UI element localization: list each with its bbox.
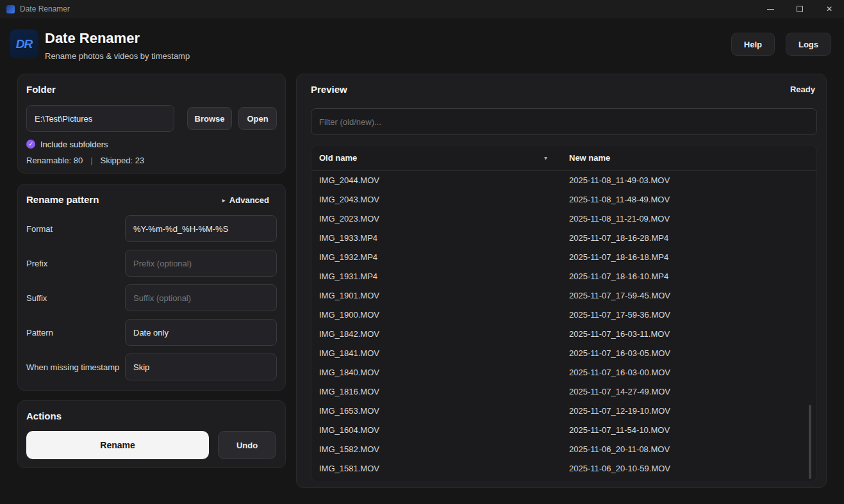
table-scrollbar[interactable] [809,405,811,479]
advanced-label: Advanced [229,195,269,205]
table-row[interactable]: IMG_2043.MOV 2025-11-08_11-48-49.MOV [311,190,816,209]
preview-table: Old name ▾ New name IMG_2044.MOV 2025-11… [311,145,817,482]
old-name-cell: IMG_1842.MOV [319,325,379,344]
close-button[interactable]: ✕ [815,0,844,18]
table-header: Old name ▾ New name [311,145,816,171]
maximize-icon [797,6,803,12]
table-row[interactable]: IMG_1842.MOV 2025-11-07_16-03-11.MOV [311,325,816,344]
include-subfolders-label: Include subfolders [40,140,108,149]
table-row[interactable]: IMG_1933.MP4 2025-11-07_18-16-28.MP4 [311,229,816,248]
old-name-cell: IMG_1840.MOV [319,363,379,382]
advanced-toggle[interactable]: ▸ Advanced [222,195,269,205]
column-header-old-name[interactable]: Old name [319,145,357,171]
suffix-label: Suffix [26,284,47,311]
minimize-icon [767,9,774,10]
logs-button[interactable]: Logs [786,33,831,56]
new-name-cell: 2025-11-07_11-54-10.MOV [569,421,670,440]
old-name-cell: IMG_1933.MP4 [319,229,377,248]
include-subfolders-row: ✓ Include subfolders [26,139,108,149]
missing-timestamp-field-row: When missing timestamp Skip [26,354,277,380]
table-row[interactable]: IMG_1581.MOV 2025-11-06_20-10-59.MOV [311,459,816,478]
table-row[interactable]: IMG_1901.MOV 2025-11-07_17-59-45.MOV [311,286,816,305]
app-logo: DR [10,29,38,58]
folder-path-input[interactable] [26,105,174,132]
renamable-count: Renamable: 80 [26,156,83,165]
old-name-cell: IMG_1931.MP4 [319,267,377,286]
column-header-new-name[interactable]: New name [569,145,610,171]
old-name-cell: IMG_1901.MOV [319,286,379,305]
new-name-cell: 2025-11-07_16-03-05.MOV [569,344,670,363]
old-name-cell: IMG_1900.MOV [319,305,379,325]
table-row[interactable]: IMG_1604.MOV 2025-11-07_11-54-10.MOV [311,421,816,440]
old-name-cell: IMG_1816.MOV [319,382,379,402]
table-row[interactable]: IMG_1653.MOV 2025-11-07_12-19-10.MOV [311,402,816,421]
check-icon: ✓ [28,141,33,147]
old-name-cell: IMG_1581.MOV [319,459,379,478]
table-row[interactable]: IMG_1840.MOV 2025-11-07_16-03-00.MOV [311,363,816,382]
table-row[interactable]: IMG_1932.MP4 2025-11-07_18-16-18.MP4 [311,248,816,267]
table-row[interactable]: IMG_2023.MOV 2025-11-08_11-21-09.MOV [311,209,816,229]
app-header: DR Date Renamer Rename photos & videos b… [10,26,834,65]
maximize-button[interactable] [785,0,815,18]
open-button[interactable]: Open [238,107,277,130]
old-name-cell: IMG_2023.MOV [319,209,379,229]
pattern-label: Pattern [26,319,53,346]
old-name-cell: IMG_2043.MOV [319,190,379,209]
new-name-cell: 2025-11-07_18-16-28.MP4 [569,229,668,248]
table-row[interactable]: IMG_1841.MOV 2025-11-07_16-03-05.MOV [311,344,816,363]
new-name-cell: 2025-11-07_18-16-18.MP4 [569,248,668,267]
table-row[interactable]: IMG_1582.MOV 2025-11-06_20-11-08.MOV [311,440,816,459]
prefix-label: Prefix [26,250,47,277]
help-button[interactable]: Help [731,33,775,56]
browse-button[interactable]: Browse [187,107,232,130]
suffix-input[interactable] [125,284,277,311]
new-name-cell: 2025-11-07_18-16-10.MP4 [569,267,668,286]
skipped-count: Skipped: 23 [101,156,145,165]
header-buttons: Help Logs [731,33,831,56]
prefix-field-row: Prefix [26,250,277,277]
rename-button[interactable]: Rename [26,431,209,459]
folder-stats: Renamable: 80 | Skipped: 23 [26,156,144,165]
new-name-cell: 2025-11-07_12-19-10.MOV [569,402,670,421]
titlebar: Date Renamer ✕ [0,0,844,18]
new-name-cell: 2025-11-08_11-21-09.MOV [569,209,670,229]
rename-pattern-card: Rename pattern ▸ Advanced Format Prefix … [17,184,286,391]
pattern-field-row: Pattern Date only [26,319,277,346]
missing-timestamp-label: When missing timestamp [26,354,119,380]
missing-timestamp-select[interactable]: Skip [125,354,277,380]
actions-card: Actions Rename Undo [17,400,286,468]
old-name-cell: IMG_1604.MOV [319,421,379,440]
pattern-select[interactable]: Date only [125,319,277,346]
minimize-button[interactable] [756,0,785,18]
new-name-cell: 2025-11-07_17-59-45.MOV [569,286,670,305]
old-name-cell: IMG_2044.MOV [319,171,379,190]
include-subfolders-checkbox[interactable]: ✓ [26,140,35,149]
new-name-cell: 2025-11-08_11-49-03.MOV [569,171,670,190]
format-field-row: Format [26,215,277,242]
format-label: Format [26,215,53,242]
folder-card: Folder Browse Open ✓ Include subfolders … [17,74,286,174]
chevron-right-icon: ▸ [222,197,226,204]
actions-heading: Actions [26,411,62,421]
new-name-cell: 2025-11-07_14-27-49.MOV [569,382,670,402]
table-row[interactable]: IMG_2044.MOV 2025-11-08_11-49-03.MOV [311,171,816,190]
old-name-cell: IMG_1841.MOV [319,344,379,363]
window-controls: ✕ [756,0,844,18]
sort-caret-icon[interactable]: ▾ [544,145,547,171]
status-badge: Ready [790,85,815,94]
new-name-cell: 2025-11-06_20-10-59.MOV [569,459,670,478]
old-name-cell: IMG_1653.MOV [319,402,379,421]
preview-heading: Preview [311,84,347,95]
format-input[interactable] [125,215,277,242]
stats-separator: | [90,156,92,165]
undo-button[interactable]: Undo [218,431,276,459]
close-icon: ✕ [826,4,832,13]
suffix-field-row: Suffix [26,284,277,311]
table-row[interactable]: IMG_1931.MP4 2025-11-07_18-16-10.MP4 [311,267,816,286]
table-row[interactable]: IMG_1816.MOV 2025-11-07_14-27-49.MOV [311,382,816,402]
filter-input[interactable] [311,108,817,135]
rename-pattern-heading: Rename pattern [26,194,99,205]
prefix-input[interactable] [125,250,277,277]
new-name-cell: 2025-11-06_20-11-08.MOV [569,440,670,459]
table-row[interactable]: IMG_1900.MOV 2025-11-07_17-59-36.MOV [311,305,816,325]
